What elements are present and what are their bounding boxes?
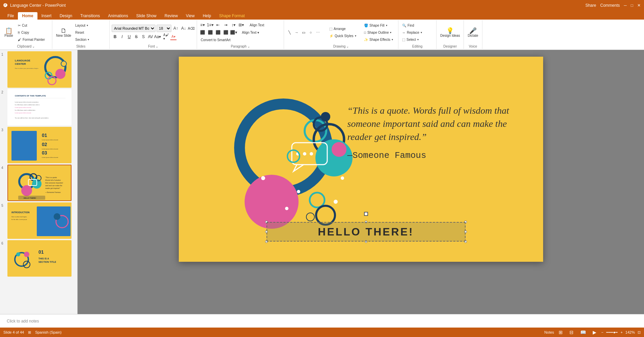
- convert-smartart-button[interactable]: Convert to SmartArt: [199, 36, 233, 43]
- arrange-button[interactable]: ⬚ Arrange: [328, 26, 361, 32]
- slide-thumb-5[interactable]: INTRODUCTION Here is where text begins f…: [7, 202, 72, 239]
- layout-button[interactable]: Layout ▾: [74, 22, 107, 29]
- shape-more-icon[interactable]: ⋯: [314, 29, 321, 36]
- italic-button[interactable]: I: [119, 33, 125, 40]
- paragraph-expand-icon[interactable]: ⌄: [247, 45, 250, 48]
- reset-button[interactable]: Reset: [74, 29, 107, 36]
- slide-item-2[interactable]: 2 CONTENTS OF THIS TEMPLATE Lorem ipsum …: [1, 89, 76, 125]
- slide-item-3[interactable]: 3 01 Lorem ipsum dolor sit amet 02 Lorem…: [1, 127, 76, 163]
- tab-design[interactable]: Design: [56, 12, 76, 20]
- notes-bar[interactable]: Click to add notes: [0, 314, 644, 328]
- align-text-button[interactable]: Align Text ▾: [240, 29, 274, 36]
- numbering-button[interactable]: 1≡▾: [207, 22, 214, 28]
- increase-indent-button[interactable]: ⇥: [222, 22, 229, 28]
- strikethrough-button[interactable]: S: [133, 33, 140, 40]
- slideshow-view-button[interactable]: ▶: [591, 329, 598, 336]
- slide-thumb-1[interactable]: LANGUAGE CENTER Here is where your prese…: [7, 51, 72, 88]
- hello-there-container[interactable]: HELLO THERE!: [267, 222, 466, 242]
- line-spacing-button[interactable]: ↕▾: [230, 22, 237, 28]
- slide-sorter-button[interactable]: ⊟: [567, 329, 576, 336]
- underline-button[interactable]: U: [126, 33, 133, 40]
- slide-item-6[interactable]: 6 01 THIS IS A SECTION TITLE: [1, 240, 76, 277]
- font-expand-icon[interactable]: ⌄: [156, 45, 158, 48]
- clipboard-expand-icon[interactable]: ⌄: [32, 45, 35, 48]
- design-ideas-button[interactable]: 💡 Design Ideas: [439, 22, 461, 43]
- slide-canvas[interactable]: “This is a quote. Words full of wisdom t…: [179, 57, 543, 262]
- shape-arrow-icon[interactable]: →: [293, 29, 300, 36]
- tab-transitions[interactable]: Transitions: [76, 12, 104, 20]
- zoom-in-button[interactable]: +: [620, 330, 622, 334]
- paste-button[interactable]: 📋 Paste: [2, 22, 16, 43]
- comments-button[interactable]: Comments: [600, 3, 620, 8]
- tab-help[interactable]: Help: [199, 12, 215, 20]
- align-center-button[interactable]: ⬛: [207, 29, 214, 36]
- clear-format-button[interactable]: A⌫: [188, 25, 195, 32]
- slide-thumb-3[interactable]: 01 Lorem ipsum dolor sit amet 02 Lorem i…: [7, 127, 72, 163]
- zoom-slider[interactable]: ━━━●━: [606, 330, 618, 335]
- find-button[interactable]: 🔍 Find: [400, 22, 434, 29]
- section-button[interactable]: Section ▾: [74, 36, 107, 43]
- normal-view-button[interactable]: ⊞: [557, 329, 565, 336]
- hello-there-box[interactable]: HELLO THERE!: [267, 222, 466, 242]
- tab-review[interactable]: Review: [161, 12, 182, 20]
- slide-item-5[interactable]: 5 INTRODUCTION Here is where text begins…: [1, 202, 76, 239]
- tab-view[interactable]: View: [182, 12, 199, 20]
- highlight-color-button[interactable]: A🖌▾: [163, 33, 170, 40]
- shape-oval-icon[interactable]: ○: [307, 29, 314, 36]
- zoom-level[interactable]: 142%: [625, 330, 635, 334]
- bold-button[interactable]: B: [112, 33, 118, 40]
- text-direction-button[interactable]: Align Text: [248, 22, 282, 28]
- tab-slideshow[interactable]: Slide Show: [132, 12, 161, 20]
- bullets-button[interactable]: ≡▾: [199, 22, 206, 28]
- replace-button[interactable]: ↔ Replace ▾: [400, 29, 434, 36]
- tab-animations[interactable]: Animations: [104, 12, 132, 20]
- font-color-button[interactable]: A▾: [170, 33, 177, 40]
- slide-thumb-4[interactable]: "This is a quote. Words full of wisdom t…: [7, 165, 72, 201]
- tab-insert[interactable]: Insert: [37, 12, 56, 20]
- drawing-expand-icon[interactable]: ⌄: [346, 45, 349, 48]
- zoom-out-button[interactable]: −: [601, 330, 603, 334]
- tab-file[interactable]: File: [3, 12, 18, 20]
- slide-thumb-2[interactable]: CONTENTS OF THIS TEMPLATE Lorem ipsum do…: [7, 89, 72, 125]
- reading-view-button[interactable]: 📖: [578, 329, 588, 336]
- rotation-handle[interactable]: [364, 212, 368, 216]
- dictate-button[interactable]: 🎤 Dictate: [466, 22, 480, 43]
- notes-placeholder[interactable]: Click to add notes: [7, 319, 39, 324]
- slide-item-4[interactable]: 4 "This is a quote. Words full of wisdom…: [1, 165, 76, 201]
- share-button[interactable]: Share: [585, 3, 596, 8]
- quick-styles-button[interactable]: ⚡ Quick Styles ▾: [328, 33, 361, 39]
- tab-shape-format[interactable]: Shape Format: [215, 12, 249, 20]
- slide-size-icon[interactable]: ⊞: [28, 330, 31, 335]
- tab-home[interactable]: Home: [18, 12, 37, 20]
- fit-slide-button[interactable]: ⊡: [638, 330, 641, 335]
- font-name-select[interactable]: Arial Rounded MT Bold: [112, 25, 156, 32]
- decrease-font-button[interactable]: A↓: [180, 25, 187, 32]
- shape-line-icon[interactable]: ╲: [286, 29, 293, 36]
- decrease-indent-button[interactable]: ⇤: [215, 22, 221, 28]
- shape-outline-button[interactable]: □ Shape Outline ▾: [362, 29, 396, 36]
- align-right-button[interactable]: ⬛: [215, 29, 221, 36]
- new-slide-button[interactable]: 🗋 New Slide: [54, 22, 73, 43]
- minimize-button[interactable]: ─: [624, 3, 627, 8]
- font-size-select[interactable]: 18: [157, 25, 171, 32]
- slide-item-1[interactable]: 1 LANGUAGE CENTER Here is where your pre…: [1, 51, 76, 88]
- justify-button[interactable]: ⬛: [222, 29, 229, 36]
- shape-rect-icon[interactable]: ▭: [300, 29, 307, 36]
- shape-fill-button[interactable]: 🪣 Shape Fill ▾: [362, 22, 396, 29]
- select-button[interactable]: ⬚ Select ▾: [400, 36, 434, 43]
- format-painter-button[interactable]: 🖌 Format Painter: [16, 36, 50, 43]
- change-case-button[interactable]: Aa▾: [154, 33, 161, 40]
- shadow-button[interactable]: S: [140, 33, 147, 40]
- columns-button[interactable]: ⊞▾: [238, 22, 245, 28]
- copy-button[interactable]: ⎘ Copy: [16, 29, 50, 36]
- maximize-button[interactable]: □: [631, 3, 633, 8]
- char-spacing-button[interactable]: AV: [147, 33, 154, 40]
- slide-thumb-6[interactable]: 01 THIS IS A SECTION TITLE: [7, 240, 72, 277]
- shape-effects-button[interactable]: ✨ Shape Effects ▾: [362, 36, 396, 43]
- cut-button[interactable]: ✂ Cut: [16, 22, 50, 29]
- align-left-button[interactable]: ⬛: [199, 29, 206, 36]
- increase-font-button[interactable]: A↑: [172, 25, 179, 32]
- distributed-button[interactable]: ⬛▾: [230, 29, 237, 36]
- notes-button[interactable]: Notes: [544, 330, 554, 334]
- close-button[interactable]: ✕: [637, 3, 641, 8]
